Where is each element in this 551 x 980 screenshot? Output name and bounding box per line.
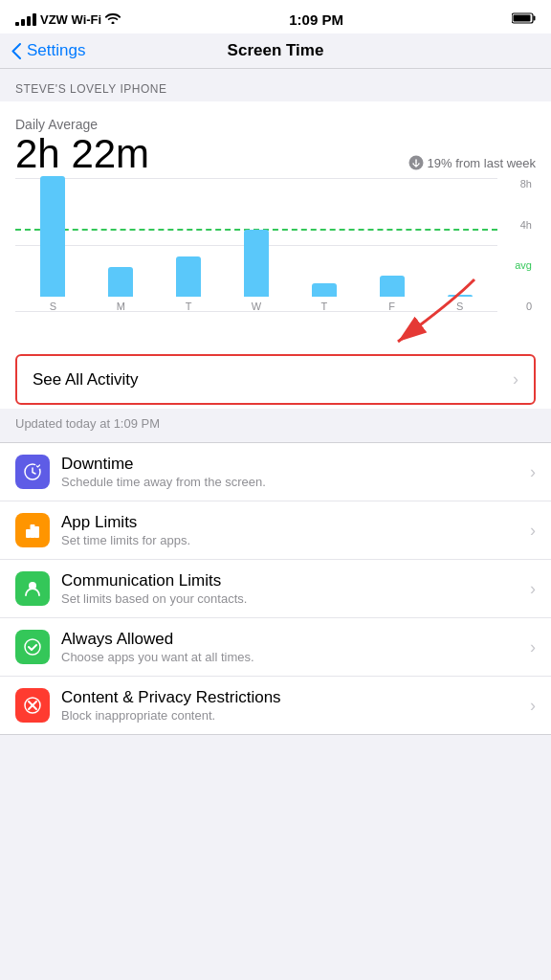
app-limits-subtitle: Set time limits for apps. [61,533,530,547]
status-time: 1:09 PM [289,11,343,28]
bar-wednesday: W [223,230,291,312]
weekly-change: 19% from last week [408,155,536,170]
bar-saturday-label: S [456,301,463,312]
nav-bar: Settings Screen Time [0,33,551,69]
daily-average-value: 2h 22m [15,134,149,174]
app-limits-chevron-icon: › [530,521,536,541]
y-label-4h: 4h [520,219,532,231]
always-allowed-text: Always Allowed Choose apps you want at a… [61,630,530,664]
y-label-8h: 8h [520,178,532,189]
chart-bars: S M T W T [15,178,497,312]
app-limits-item[interactable]: App Limits Set time limits for apps. › [0,501,551,560]
status-left: VZW Wi-Fi [15,12,121,27]
see-all-label: See All Activity [33,370,139,390]
usage-chart: S M T W T [15,178,536,331]
chart-y-labels: 8h 4h avg 0 [497,178,536,312]
svg-rect-9 [34,526,39,538]
content-privacy-text: Content & Privacy Restrictions Block ina… [61,688,530,723]
bar-saturday: S [426,295,494,312]
bar-thursday: T [290,283,358,312]
see-all-section: See All Activity › [0,346,551,409]
always-allowed-title: Always Allowed [61,630,530,649]
signal-icon [15,13,36,26]
content-privacy-subtitle: Block inappropriate content. [61,708,530,723]
app-limits-title: App Limits [61,513,530,532]
status-bar: VZW Wi-Fi 1:09 PM [0,0,551,33]
see-all-chevron-icon: › [513,369,518,390]
down-arrow-icon [408,155,424,170]
back-label: Settings [27,41,85,60]
downtime-chevron-icon: › [530,462,536,482]
content-privacy-title: Content & Privacy Restrictions [61,688,530,707]
downtime-text: Downtime Schedule time away from the scr… [61,455,530,489]
y-label-0: 0 [526,301,532,312]
svg-rect-8 [31,524,35,538]
wifi-icon [105,12,121,27]
communication-limits-chevron-icon: › [530,579,536,599]
downtime-title: Downtime [61,455,530,474]
svg-rect-1 [533,16,535,21]
downtime-icon [15,455,50,489]
bar-thursday-fill [312,283,337,297]
see-all-activity-button[interactable]: See All Activity › [15,354,536,405]
svg-point-11 [25,639,40,655]
battery-icon [512,12,536,27]
carrier-label: VZW Wi-Fi [40,12,101,27]
communication-limits-title: Communication Limits [61,571,530,590]
downtime-subtitle: Schedule time away from the screen. [61,475,530,489]
communication-limits-item[interactable]: Communication Limits Set limits based on… [0,560,551,618]
bar-wednesday-fill [244,230,269,297]
always-allowed-icon [15,630,50,664]
daily-average-label: Daily Average [15,117,536,132]
content-privacy-icon [15,688,50,723]
always-allowed-item[interactable]: Always Allowed Choose apps you want at a… [0,618,551,677]
communication-limits-text: Communication Limits Set limits based on… [61,571,530,606]
weekly-change-label: 19% from last week [428,156,536,170]
bar-monday-fill [108,267,133,297]
always-allowed-subtitle: Choose apps you want at all times. [61,650,530,664]
bar-sunday: S [19,176,87,312]
content-privacy-item[interactable]: Content & Privacy Restrictions Block ina… [0,677,551,734]
bar-friday: F [358,276,426,312]
bar-tuesday: T [155,256,223,312]
updated-text: Updated today at 1:09 PM [0,409,551,442]
svg-rect-7 [26,529,31,538]
bar-tuesday-fill [176,256,201,297]
bar-friday-fill [380,276,405,297]
bar-saturday-fill [448,295,473,297]
app-limits-text: App Limits Set time limits for apps. [61,513,530,547]
page-title: Screen Time [228,41,324,60]
bar-sunday-label: S [50,301,56,312]
communication-limits-subtitle: Set limits based on your contacts. [61,591,530,606]
screen-time-card: Daily Average 2h 22m 19% from last week … [0,101,551,346]
bar-monday: M [87,267,155,312]
bar-wednesday-label: W [252,301,261,312]
bar-monday-label: M [117,301,125,312]
content-privacy-chevron-icon: › [530,696,536,716]
app-limits-icon [15,513,50,547]
communication-limits-icon [15,571,50,606]
y-label-avg: avg [515,259,532,271]
status-right [512,12,536,27]
menu-section: Downtime Schedule time away from the scr… [0,442,551,735]
always-allowed-chevron-icon: › [530,637,536,657]
bar-tuesday-label: T [186,301,192,312]
svg-rect-2 [513,15,530,22]
bar-sunday-fill [40,176,65,297]
bar-thursday-label: T [321,301,328,312]
back-button[interactable]: Settings [11,41,85,60]
downtime-item[interactable]: Downtime Schedule time away from the scr… [0,443,551,501]
bar-friday-label: F [388,301,395,312]
device-section-header: STEVE'S LOVELY IPHONE [0,69,551,101]
